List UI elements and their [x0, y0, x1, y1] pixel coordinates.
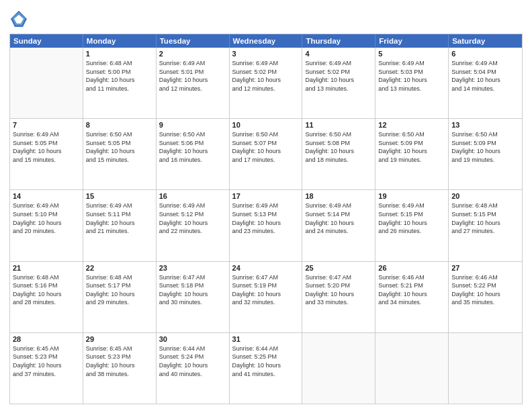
cell-line: Sunrise: 6:48 AM	[451, 201, 519, 210]
cal-cell: 23Sunrise: 6:47 AMSunset: 5:18 PMDayligh…	[157, 262, 230, 332]
cell-line: Sunset: 5:10 PM	[13, 210, 80, 219]
day-number: 20	[451, 192, 519, 200]
cell-line: Sunrise: 6:50 AM	[86, 130, 153, 139]
cell-line: Sunset: 5:11 PM	[86, 210, 153, 219]
cell-line: Daylight: 10 hours	[232, 219, 300, 228]
cal-cell: 6Sunrise: 6:49 AMSunset: 5:04 PMDaylight…	[449, 48, 522, 118]
cell-line: Sunrise: 6:46 AM	[451, 273, 519, 282]
cal-cell: 30Sunrise: 6:44 AMSunset: 5:24 PMDayligh…	[157, 333, 230, 404]
cal-cell: 16Sunrise: 6:49 AMSunset: 5:12 PMDayligh…	[157, 190, 230, 261]
cal-week-3: 14Sunrise: 6:49 AMSunset: 5:10 PMDayligh…	[10, 190, 522, 261]
cell-line: and 35 minutes.	[451, 298, 519, 307]
cell-line: Sunrise: 6:47 AM	[159, 273, 226, 282]
cal-cell: 14Sunrise: 6:49 AMSunset: 5:10 PMDayligh…	[10, 190, 83, 261]
cell-line: and 15 minutes.	[86, 156, 153, 165]
day-number: 10	[232, 121, 300, 129]
cell-line: Daylight: 10 hours	[232, 76, 300, 85]
day-number: 19	[378, 192, 445, 200]
cal-cell: 31Sunrise: 6:44 AMSunset: 5:25 PMDayligh…	[230, 333, 303, 404]
cal-cell: 2Sunrise: 6:49 AMSunset: 5:01 PMDaylight…	[157, 48, 230, 118]
cell-line: Sunset: 5:18 PM	[159, 281, 226, 290]
cell-line: Sunset: 5:07 PM	[232, 139, 300, 148]
cal-cell	[10, 48, 83, 118]
cell-line: Sunrise: 6:49 AM	[305, 59, 372, 68]
cal-header-thursday: Thursday	[302, 34, 375, 48]
cal-cell: 8Sunrise: 6:50 AMSunset: 5:05 PMDaylight…	[83, 119, 157, 189]
day-number: 11	[305, 121, 372, 129]
cell-line: and 28 minutes.	[13, 298, 80, 307]
cell-line: and 13 minutes.	[378, 85, 445, 93]
day-number: 1	[86, 50, 153, 58]
cal-cell: 15Sunrise: 6:49 AMSunset: 5:11 PMDayligh…	[83, 190, 157, 261]
cal-cell: 22Sunrise: 6:48 AMSunset: 5:17 PMDayligh…	[83, 262, 157, 332]
cal-week-2: 7Sunrise: 6:49 AMSunset: 5:05 PMDaylight…	[10, 119, 522, 190]
cal-header-friday: Friday	[375, 34, 449, 48]
cell-line: Sunrise: 6:48 AM	[13, 273, 80, 282]
cell-line: Sunrise: 6:44 AM	[159, 345, 226, 353]
day-number: 28	[13, 335, 80, 343]
cal-cell: 18Sunrise: 6:49 AMSunset: 5:14 PMDayligh…	[302, 190, 375, 261]
cell-line: and 30 minutes.	[159, 298, 226, 307]
cal-cell: 10Sunrise: 6:50 AMSunset: 5:07 PMDayligh…	[230, 119, 303, 189]
cal-cell: 9Sunrise: 6:50 AMSunset: 5:06 PMDaylight…	[157, 119, 230, 189]
cell-line: Sunset: 5:16 PM	[13, 281, 80, 290]
day-number: 22	[86, 264, 153, 272]
cell-line: Sunset: 5:12 PM	[159, 210, 226, 219]
cell-line: and 12 minutes.	[232, 85, 300, 93]
cell-line: and 23 minutes.	[232, 227, 300, 236]
cell-line: and 32 minutes.	[232, 298, 300, 307]
day-number: 30	[159, 335, 226, 343]
cal-cell: 13Sunrise: 6:50 AMSunset: 5:09 PMDayligh…	[449, 119, 522, 189]
cal-cell	[449, 333, 522, 404]
cell-line: Sunrise: 6:49 AM	[378, 201, 445, 210]
cal-cell: 1Sunrise: 6:48 AMSunset: 5:00 PMDaylight…	[83, 48, 157, 118]
cell-line: Daylight: 10 hours	[305, 76, 372, 85]
cell-line: Daylight: 10 hours	[159, 219, 226, 228]
day-number: 31	[232, 335, 300, 343]
cell-line: Sunset: 5:01 PM	[159, 68, 226, 77]
cell-line: Sunrise: 6:49 AM	[451, 59, 519, 68]
cell-line: and 40 minutes.	[159, 370, 226, 379]
cal-cell: 27Sunrise: 6:46 AMSunset: 5:22 PMDayligh…	[449, 262, 522, 332]
cell-line: and 15 minutes.	[13, 156, 80, 165]
cal-cell: 28Sunrise: 6:45 AMSunset: 5:23 PMDayligh…	[10, 333, 83, 404]
cal-cell: 7Sunrise: 6:49 AMSunset: 5:05 PMDaylight…	[10, 119, 83, 189]
cell-line: Sunset: 5:13 PM	[232, 210, 300, 219]
cell-line: Sunrise: 6:46 AM	[378, 273, 445, 282]
cell-line: Sunset: 5:03 PM	[378, 68, 445, 77]
cell-line: and 20 minutes.	[13, 227, 80, 236]
day-number: 16	[159, 192, 226, 200]
cell-line: Sunrise: 6:49 AM	[159, 201, 226, 210]
cell-line: and 38 minutes.	[86, 370, 153, 379]
cell-line: Sunset: 5:00 PM	[86, 68, 153, 77]
cell-line: Sunset: 5:14 PM	[305, 210, 372, 219]
day-number: 15	[86, 192, 153, 200]
cell-line: Daylight: 10 hours	[305, 290, 372, 299]
cell-line: Sunrise: 6:49 AM	[13, 201, 80, 210]
day-number: 4	[305, 50, 372, 58]
day-number: 7	[13, 121, 80, 129]
cell-line: Daylight: 10 hours	[159, 361, 226, 370]
cell-line: Sunrise: 6:47 AM	[305, 273, 372, 282]
cell-line: Sunset: 5:09 PM	[451, 139, 519, 148]
cal-cell	[375, 333, 449, 404]
cal-cell: 11Sunrise: 6:50 AMSunset: 5:08 PMDayligh…	[302, 119, 375, 189]
cal-cell: 20Sunrise: 6:48 AMSunset: 5:15 PMDayligh…	[449, 190, 522, 261]
cal-cell: 5Sunrise: 6:49 AMSunset: 5:03 PMDaylight…	[375, 48, 449, 118]
cell-line: Sunset: 5:06 PM	[159, 139, 226, 148]
cell-line: Sunrise: 6:50 AM	[232, 130, 300, 139]
cell-line: Sunrise: 6:49 AM	[232, 59, 300, 68]
cell-line: Sunset: 5:05 PM	[13, 139, 80, 148]
cell-line: Sunrise: 6:45 AM	[86, 345, 153, 353]
day-number: 21	[13, 264, 80, 272]
cell-line: and 34 minutes.	[378, 298, 445, 307]
cell-line: and 41 minutes.	[232, 370, 300, 379]
day-number: 23	[159, 264, 226, 272]
cell-line: Sunrise: 6:50 AM	[305, 130, 372, 139]
day-number: 2	[159, 50, 226, 58]
cal-cell: 17Sunrise: 6:49 AMSunset: 5:13 PMDayligh…	[230, 190, 303, 261]
cell-line: Sunrise: 6:48 AM	[86, 273, 153, 282]
cell-line: Daylight: 10 hours	[159, 290, 226, 299]
cell-line: and 24 minutes.	[305, 227, 372, 236]
cal-week-5: 28Sunrise: 6:45 AMSunset: 5:23 PMDayligh…	[10, 333, 522, 404]
